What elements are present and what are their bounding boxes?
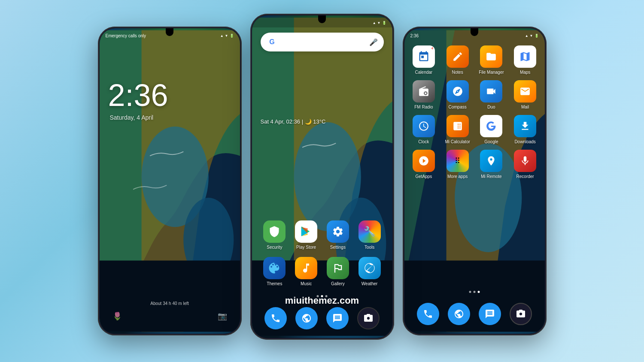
weather-label: Weather — [361, 281, 378, 287]
app-filemanager[interactable]: File Manager — [475, 45, 507, 75]
app-tools[interactable]: 🔧 Tools — [355, 220, 384, 250]
app-duo[interactable]: Duo — [475, 80, 507, 110]
miremote-icon — [480, 150, 502, 172]
lock-flower-icon[interactable]: 🌷 — [112, 311, 122, 321]
app-clock[interactable]: Clock — [408, 115, 440, 145]
app-security[interactable]: Security — [261, 220, 289, 250]
drawer-dock-phone[interactable] — [417, 303, 439, 325]
tools-icon: 🔧 — [358, 220, 381, 243]
calendar-icon: 4 — [413, 45, 435, 68]
dock-messages[interactable] — [326, 307, 349, 329]
app-themes[interactable]: Themes — [261, 257, 289, 287]
lock-clock-time: 2:36 — [108, 80, 168, 111]
app-grid: Security Play Store Settings 🔧 Tools — [261, 220, 384, 287]
app-gallery[interactable]: Gallery — [324, 257, 352, 287]
clock-label: Clock — [418, 139, 429, 145]
drawer-dock — [413, 303, 536, 325]
svg-rect-3 — [100, 260, 240, 332]
downloads-label: Downloads — [514, 139, 535, 145]
app-downloads[interactable]: Downloads — [509, 115, 541, 145]
phone-lockscreen: Emergency calls only ▲ ▼ 🔋 2:36 Saturday… — [98, 27, 242, 335]
drawer-status-right: ▲ ▼ 🔋 — [525, 34, 539, 38]
dock-browser[interactable] — [295, 307, 318, 329]
signal-icon: ▲ — [220, 34, 224, 38]
drawer-dot-2 — [474, 291, 476, 293]
filemanager-label: File Manager — [479, 70, 504, 75]
app-miremote[interactable]: Mi Remote — [475, 150, 507, 179]
recorder-label: Recorder — [516, 174, 534, 179]
playstore-icon — [295, 220, 317, 243]
maps-icon — [514, 45, 536, 68]
drawer-dot-1 — [469, 291, 471, 293]
app-music[interactable]: Music — [292, 257, 320, 287]
gallery-icon — [327, 257, 349, 279]
app-moreapps[interactable]: ⠿ More apps — [441, 150, 474, 179]
app-fmradio[interactable]: FM Radio — [408, 80, 440, 110]
notes-label: Notes — [452, 70, 463, 75]
compass-icon — [447, 80, 469, 103]
status-right-icons: ▲ ▼ 🔋 — [220, 34, 234, 38]
fmradio-icon — [413, 80, 435, 103]
dock-camera[interactable] — [357, 307, 380, 329]
settings-label: Settings — [330, 245, 346, 250]
clock-icon — [413, 115, 435, 137]
music-icon — [295, 257, 317, 279]
getapps-label: GetApps — [415, 174, 432, 179]
getapps-icon — [413, 150, 435, 172]
drawer-dot-3 — [478, 291, 480, 293]
lock-camera-icon[interactable]: 📷 — [218, 311, 227, 321]
app-settings[interactable]: Settings — [324, 220, 352, 250]
security-icon — [263, 220, 286, 243]
mail-label: Mail — [521, 105, 529, 110]
drawer-wifi-icon: ▼ — [530, 34, 533, 38]
duo-label: Duo — [487, 105, 495, 110]
app-google[interactable]: Google — [475, 115, 507, 145]
weather-icon — [358, 257, 381, 279]
app-recorder[interactable]: Recorder — [509, 150, 541, 179]
drawer-time: 2:36 — [410, 33, 419, 38]
app-maps[interactable]: Maps — [509, 45, 541, 75]
weather-widget: Sat 4 Apr, 02:36 | 🌙 13°C — [261, 118, 326, 125]
drawer-page-dots — [469, 291, 480, 293]
mic-icon[interactable]: 🎤 — [369, 38, 378, 46]
status-left-text: Emergency calls only — [106, 33, 146, 38]
calculator-label: Mi Calculator — [445, 139, 470, 145]
drawer-dock-messages[interactable] — [479, 303, 501, 325]
moreapps-label: More apps — [447, 174, 468, 179]
home-battery-icon: 🔋 — [382, 21, 386, 25]
weather-text: Sat 4 Apr, 02:36 | 🌙 13°C — [261, 118, 326, 125]
recorder-icon — [514, 150, 536, 172]
themes-label: Themes — [267, 281, 282, 287]
app-compass[interactable]: Compass — [441, 80, 474, 110]
app-getapps[interactable]: GetApps — [408, 150, 440, 179]
home-signal-icon: ▲ — [373, 21, 376, 25]
moreapps-icon: ⠿ — [447, 150, 469, 172]
app-calendar[interactable]: 4 Calendar — [408, 45, 440, 75]
app-playstore[interactable]: Play Store — [292, 220, 320, 250]
google-icon — [480, 115, 502, 137]
app-calculator[interactable]: Mi Calculator — [441, 115, 474, 145]
app-notes[interactable]: Notes — [441, 45, 474, 75]
home-wifi-icon: ▼ — [377, 21, 381, 25]
home-status-right: ▲ ▼ 🔋 — [373, 21, 386, 25]
gallery-label: Gallery — [331, 281, 345, 287]
app-mail[interactable]: Mail — [509, 80, 541, 110]
calculator-icon — [447, 115, 469, 137]
google-search-bar[interactable]: G 🎤 — [261, 33, 384, 51]
google-logo: G — [267, 36, 278, 48]
phone-appdrawer: 2:36 ▲ ▼ 🔋 4 Calendar — [403, 27, 547, 335]
app-weather[interactable]: Weather — [355, 257, 384, 287]
mail-icon — [514, 80, 536, 103]
duo-icon — [480, 80, 502, 103]
fmradio-label: FM Radio — [414, 105, 433, 110]
drawer-notch — [471, 28, 478, 36]
home-dock — [261, 307, 384, 329]
dock-phone[interactable] — [264, 307, 287, 329]
drawer-dock-camera[interactable] — [510, 303, 532, 325]
battery-text: About 34 h 40 m left — [150, 301, 189, 306]
lock-clock-date: Saturday, 4 April — [110, 114, 154, 121]
drawer-dock-browser[interactable] — [448, 303, 470, 325]
tools-label: Tools — [365, 245, 374, 250]
wifi-icon: ▼ — [225, 34, 228, 38]
app-drawer-grid: 4 Calendar Notes File Manager — [408, 45, 541, 179]
